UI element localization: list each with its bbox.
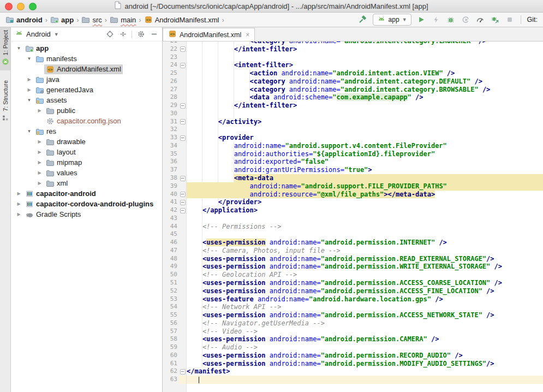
code-line-60[interactable]: 60<uses-permission android:name="android… <box>163 352 543 360</box>
fold-marker-icon[interactable] <box>179 367 187 376</box>
tree-item-androidmanifest-xml[interactable]: <>AndroidManifest.xml <box>11 64 162 74</box>
code-line-38[interactable]: 38<meta-data <box>163 174 543 182</box>
tree-item-mipmap[interactable]: ▶mipmap <box>11 157 162 168</box>
stop-button[interactable] <box>505 15 515 25</box>
tree-chevron-right-icon[interactable]: ▶ <box>35 150 44 155</box>
code-line-46[interactable]: 46<uses-permission android:name="android… <box>163 239 543 247</box>
tool-button-structure[interactable]: 7: Structure <box>0 78 10 127</box>
tree-chevron-down-icon[interactable]: ▼ <box>14 46 23 51</box>
code-line-32[interactable]: 32 <box>163 126 543 134</box>
code-line-30[interactable]: 30 <box>163 110 543 118</box>
tree-item-generatedjava[interactable]: ▶generatedJava <box>11 85 162 95</box>
code-line-26[interactable]: 26<category android:name="android.intent… <box>163 78 543 86</box>
tree-item-capacitor-config-json[interactable]: capacitor.config.json <box>11 116 162 126</box>
code-line-23[interactable]: 23 <box>163 54 543 62</box>
code-line-31[interactable]: 31</activity> <box>163 118 543 126</box>
code-line-41[interactable]: 41</provider> <box>163 198 543 206</box>
tree-item-gradle-scripts[interactable]: ▶Gradle Scripts <box>11 209 162 219</box>
editor-tab-androidmanifest[interactable]: <> AndroidManifest.xml × <box>163 28 255 41</box>
code-line-57[interactable]: 57<!-- Video --> <box>163 328 543 336</box>
tree-chevron-right-icon[interactable]: ▶ <box>35 139 44 144</box>
run-configuration-select[interactable]: app ▼ <box>373 14 411 26</box>
code-line-21[interactable]: 21<category android:name="android.intent… <box>163 41 543 45</box>
fold-marker-icon[interactable] <box>179 45 187 54</box>
breadcrumb-item-android[interactable]: android <box>5 15 43 24</box>
fold-marker-icon[interactable] <box>179 118 187 126</box>
code-line-39[interactable]: 39android:name="android.support.FILE_PRO… <box>163 182 543 191</box>
code-line-63[interactable]: 63 <box>163 376 543 384</box>
profiler-button[interactable] <box>475 15 485 25</box>
tree-chevron-right-icon[interactable]: ▶ <box>25 87 34 92</box>
code-editor[interactable]: 21<category android:name="android.intent… <box>163 41 543 392</box>
build-hammer-button[interactable] <box>358 15 368 25</box>
tree-item-public[interactable]: ▶public <box>11 105 162 116</box>
tree-chevron-right-icon[interactable]: ▶ <box>35 160 44 165</box>
project-view-select[interactable]: Android <box>26 30 51 38</box>
fold-marker-icon[interactable] <box>179 174 187 182</box>
code-line-43[interactable]: 43 <box>163 215 543 223</box>
tree-item-values[interactable]: ▶values <box>11 168 162 178</box>
code-line-40[interactable]: 40android:resource="@xml/file_paths"></m… <box>163 191 543 199</box>
code-line-52[interactable]: 52<uses-permission android:name="android… <box>163 287 543 295</box>
code-line-35[interactable]: 35android:authorities="${applicationId}.… <box>163 150 543 158</box>
debug-button[interactable] <box>446 15 456 25</box>
git-label[interactable]: Git: <box>527 16 538 23</box>
close-icon[interactable]: × <box>246 31 249 39</box>
minimize-window-button[interactable] <box>17 3 25 10</box>
code-line-55[interactable]: 55<uses-permission android:name="android… <box>163 311 543 319</box>
code-line-48[interactable]: 48<uses-permission android:name="android… <box>163 255 543 263</box>
close-window-button[interactable] <box>5 3 13 10</box>
code-line-44[interactable]: 44<!-- Permissions --> <box>163 223 543 231</box>
gear-icon[interactable] <box>136 30 145 39</box>
code-line-56[interactable]: 56<!-- Navigator.getUserMedia --> <box>163 319 543 328</box>
breadcrumb-item-app[interactable]: app <box>50 15 74 24</box>
code-line-51[interactable]: 51<uses-permission android:name="android… <box>163 279 543 287</box>
code-line-53[interactable]: 53<uses-feature android:name="android.ha… <box>163 295 543 304</box>
collapse-all-button[interactable] <box>118 30 127 39</box>
code-line-47[interactable]: 47<!-- Camera, Photos, input file --> <box>163 247 543 255</box>
code-line-24[interactable]: 24<intent-filter> <box>163 61 543 69</box>
tree-item-res[interactable]: ▼res <box>11 126 162 136</box>
attach-debugger-button[interactable] <box>490 15 500 25</box>
code-line-59[interactable]: 59<!-- Audio --> <box>163 343 543 352</box>
breadcrumb-item-src[interactable]: src <box>81 15 102 24</box>
code-line-25[interactable]: 25<action android:name="android.intent.a… <box>163 69 543 78</box>
tree-chevron-right-icon[interactable]: ▶ <box>14 201 23 206</box>
code-line-29[interactable]: 29</intent-filter> <box>163 102 543 110</box>
tree-chevron-down-icon[interactable]: ▼ <box>25 56 34 61</box>
tree-chevron-right-icon[interactable]: ▶ <box>14 212 23 217</box>
fold-marker-icon[interactable] <box>179 61 187 69</box>
code-line-28[interactable]: 28<data android:scheme="com.example.capa… <box>163 93 543 102</box>
code-line-22[interactable]: 22</intent-filter> <box>163 45 543 54</box>
zoom-window-button[interactable] <box>29 3 37 10</box>
locate-file-button[interactable] <box>105 30 114 39</box>
tool-button-project[interactable]: 1: Project <box>0 27 10 70</box>
code-line-34[interactable]: 34android:name="android.support.v4.conte… <box>163 142 543 150</box>
code-line-62[interactable]: 62</manifest> <box>163 367 543 376</box>
tree-chevron-down-icon[interactable]: ▼ <box>25 98 34 103</box>
tree-item-manifests[interactable]: ▼manifests <box>11 54 162 64</box>
tree-chevron-down-icon[interactable]: ▼ <box>25 129 34 134</box>
code-line-58[interactable]: 58<uses-permission android:name="android… <box>163 335 543 343</box>
breadcrumb-item-androidmanifest-xml[interactable]: <>AndroidManifest.xml <box>144 15 219 24</box>
tree-item-capacitor-cordova-android-plugins[interactable]: ▶capacitor-cordova-android-plugins <box>11 199 162 209</box>
code-line-49[interactable]: 49<uses-permission android:name="android… <box>163 263 543 271</box>
code-line-42[interactable]: 42</application> <box>163 206 543 215</box>
code-line-50[interactable]: 50<!-- Geolocation API --> <box>163 271 543 279</box>
tree-item-assets[interactable]: ▼assets <box>11 95 162 105</box>
tree-item-java[interactable]: ▶java <box>11 74 162 85</box>
code-line-27[interactable]: 27<category android:name="android.intent… <box>163 86 543 94</box>
fold-marker-icon[interactable] <box>179 198 187 206</box>
code-line-45[interactable]: 45 <box>163 230 543 239</box>
tree-item-xml[interactable]: ▶xml <box>11 178 162 188</box>
run-button[interactable] <box>416 15 426 25</box>
tree-item-drawable[interactable]: ▶drawable <box>11 136 162 147</box>
code-line-37[interactable]: 37android:grantUriPermissions="true"> <box>163 166 543 174</box>
fold-marker-icon[interactable] <box>179 206 187 215</box>
fold-marker-icon[interactable] <box>179 134 187 142</box>
code-line-54[interactable]: 54<!-- Network API --> <box>163 303 543 311</box>
code-line-36[interactable]: 36android:exported="false" <box>163 158 543 166</box>
tree-chevron-right-icon[interactable]: ▶ <box>35 181 44 186</box>
fold-marker-icon[interactable] <box>179 191 187 199</box>
code-line-61[interactable]: 61<uses-permission android:name="android… <box>163 360 543 368</box>
